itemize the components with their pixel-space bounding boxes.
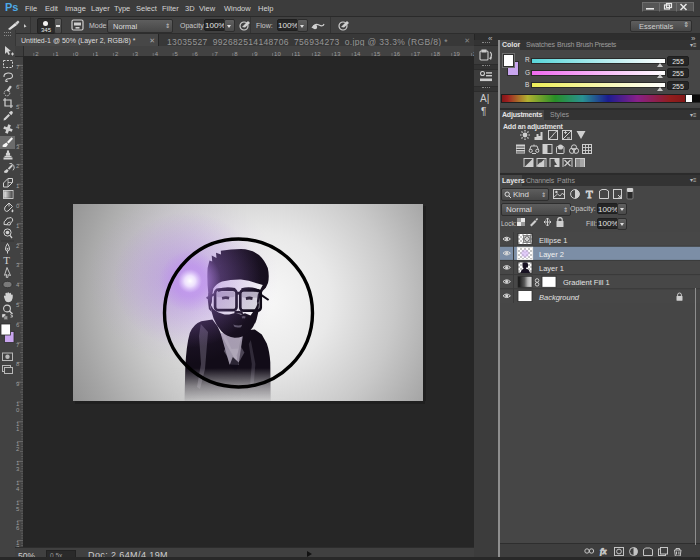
svg-text:4: 4: [16, 486, 20, 492]
svg-text:6: 6: [16, 525, 20, 531]
svg-text:5: 5: [16, 506, 20, 512]
svg-text:T: T: [586, 188, 593, 200]
svg-text:T: T: [3, 254, 10, 266]
svg-text:fx: fx: [600, 546, 607, 556]
svg-text:1: 1: [16, 426, 20, 432]
svg-text:0: 0: [16, 407, 20, 413]
svg-text:3: 3: [16, 466, 20, 472]
svg-text:2: 2: [16, 446, 20, 452]
